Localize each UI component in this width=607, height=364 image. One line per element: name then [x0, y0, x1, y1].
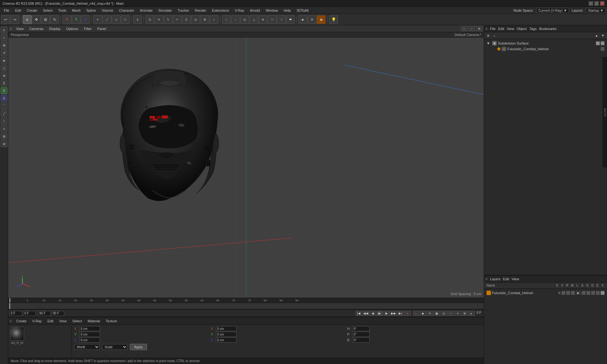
mat-menu-texture[interactable]: Texture — [103, 318, 120, 324]
helmet-ctrl1[interactable] — [601, 47, 604, 51]
obj-filter-button[interactable]: ⊛ — [485, 33, 491, 39]
keyframe-button[interactable]: ◆ — [420, 311, 426, 316]
x-axis-button[interactable]: X — [63, 15, 71, 24]
viewport-zoom-button[interactable]: ↔ — [469, 26, 475, 31]
close-button[interactable]: ✕ — [600, 1, 604, 6]
polygon-mode-button[interactable]: ◻ — [112, 15, 120, 24]
tool-polyline[interactable]: ∿ — [1, 125, 8, 132]
material-thumbnail[interactable] — [10, 327, 24, 341]
paint-button[interactable]: ✎ — [164, 15, 173, 24]
play-button[interactable]: ▶ — [377, 311, 383, 316]
node-space-select[interactable]: Current (V-Ray) ▼ — [536, 8, 569, 13]
tool-rotate[interactable]: ↺ — [1, 49, 8, 56]
bridge-button[interactable]: ⊏ — [182, 15, 191, 24]
render-button[interactable]: ▶ — [298, 15, 307, 24]
minimize-button[interactable]: ─ — [589, 1, 593, 6]
object-mode-button[interactable]: ⬡ — [121, 15, 130, 24]
menu-arnold[interactable]: Arnold — [247, 8, 262, 13]
obj-row-subdivision[interactable]: ▼ ⊞ Subdivision Surface ✓ ✓ — [485, 40, 606, 46]
timeline-track[interactable] — [8, 303, 484, 309]
metaball-button[interactable]: ⬬ — [286, 15, 295, 24]
cylinder-button[interactable]: ◎ — [240, 15, 249, 24]
obj-expand-icon[interactable]: ▼ — [487, 41, 491, 45]
obj-menu-object[interactable]: Object — [517, 27, 527, 31]
frame-current-input2[interactable] — [23, 311, 36, 316]
record-button[interactable]: ● — [404, 311, 411, 316]
obj-search-button[interactable]: ⌕ — [492, 33, 497, 39]
transform-select[interactable]: Scale Size — [102, 344, 127, 350]
tool-s2[interactable]: S — [1, 87, 8, 94]
maximize-button[interactable]: □ — [594, 1, 599, 6]
size-z-input[interactable] — [216, 337, 236, 343]
subdiv-check1[interactable]: ✓ — [596, 41, 600, 45]
tool-move[interactable]: ⊹ — [1, 34, 8, 41]
scale-button[interactable]: ⊞ — [41, 15, 50, 24]
pos-z-input[interactable] — [79, 337, 100, 343]
mat-menu-edit[interactable]: Edit — [45, 318, 56, 324]
obj-menu-edit[interactable]: Edit — [498, 27, 504, 31]
viewport-menu-options[interactable]: Options — [64, 26, 81, 31]
tool-null[interactable]: ⊕ — [1, 72, 8, 79]
tool-line[interactable]: ╱ — [1, 110, 8, 117]
menu-window[interactable]: Window — [263, 8, 280, 13]
mat-menu-icon[interactable]: ≡ — [9, 319, 12, 323]
timeline-btn4[interactable]: ≡ — [455, 311, 461, 316]
layers-menu-layers[interactable]: Layers — [490, 277, 500, 281]
p-input[interactable] — [352, 332, 370, 337]
live-select-button[interactable]: ◎ — [23, 15, 32, 24]
viewport-menu-cameras[interactable]: Cameras — [27, 26, 46, 31]
rotate-button[interactable]: ↻ — [50, 15, 59, 24]
y-axis-button[interactable]: Y — [72, 15, 81, 24]
obj-down-button[interactable]: ▼ — [600, 33, 606, 39]
obj-menu-bookmarks[interactable]: Bookmarks — [539, 27, 556, 31]
menu-simulate[interactable]: Simulate — [156, 8, 175, 13]
viewport-menu-icon[interactable]: ≡ — [9, 27, 12, 31]
cone-button[interactable]: △ — [249, 15, 258, 24]
knife-button[interactable]: ✁ — [173, 15, 182, 24]
layer-row-helmet[interactable]: Futuristic_Combat_Helmet ▶ — [485, 290, 606, 296]
layer-icon5[interactable] — [601, 291, 604, 295]
timeline-btn1[interactable]: ▣ — [434, 311, 440, 316]
pos-x-input[interactable] — [79, 326, 100, 331]
layer-play[interactable]: ▶ — [576, 291, 581, 295]
menu-animate[interactable]: Animate — [137, 8, 155, 13]
tool-curve[interactable]: ⌇ — [1, 118, 8, 124]
viewport-menu-view[interactable]: View — [14, 26, 26, 31]
menu-character[interactable]: Character — [116, 8, 137, 13]
viewport[interactable]: X Y Z Grid Spacing : 5 cm — [8, 38, 484, 298]
next-frame-button[interactable]: ▶ — [383, 311, 390, 316]
tool-select[interactable]: ◈ — [1, 57, 8, 64]
frame-current-input[interactable] — [9, 311, 22, 316]
tool-spline[interactable]: S — [1, 80, 8, 87]
cube-button[interactable]: □ — [222, 15, 231, 24]
frame-end-input2[interactable] — [52, 311, 64, 316]
tool-layout[interactable]: ≡ — [1, 27, 8, 33]
mat-menu-material[interactable]: Material — [85, 318, 102, 324]
viewport-menu-display[interactable]: Display — [46, 26, 63, 31]
light-button[interactable]: 💡 — [329, 15, 338, 24]
prev-frame-button[interactable]: ◀ — [370, 311, 376, 316]
render-settings-button[interactable]: ⚙ — [308, 15, 316, 24]
layout-select[interactable]: Startup ▼ — [586, 8, 606, 13]
menu-volume[interactable]: Volume — [99, 8, 116, 13]
world-select[interactable]: World Object — [74, 344, 100, 350]
sphere-button[interactable]: ○ — [231, 15, 240, 24]
menu-edit[interactable]: Edit — [13, 8, 24, 13]
mat-menu-view[interactable]: View — [57, 318, 69, 324]
tool-spline-arc[interactable]: ⌒ — [1, 102, 8, 109]
timeline-btn5[interactable]: ⊞ — [462, 311, 468, 316]
menu-mesh[interactable]: Mesh — [70, 8, 83, 13]
b-input[interactable] — [352, 337, 370, 343]
layer-icon2[interactable] — [586, 291, 590, 295]
landscape-button[interactable]: ⌇ — [277, 15, 286, 24]
layers-menu-edit[interactable]: Edit — [503, 277, 509, 281]
viewport-menu-filter[interactable]: Filter — [81, 26, 94, 31]
tool-scale[interactable]: ⊞ — [1, 42, 8, 49]
z-axis-button[interactable]: Z — [81, 15, 90, 24]
lasso-button[interactable]: ⟳ — [155, 15, 163, 24]
motion-button[interactable]: ⟳ — [427, 311, 433, 316]
tool-polygon[interactable]: ◻ — [1, 64, 8, 71]
layer-visible[interactable] — [561, 291, 565, 295]
menu-extensions[interactable]: Extensions — [210, 8, 232, 13]
obj-row-helmet[interactable]: ⬡ Futuristic_Combat_Helmet — [485, 46, 606, 52]
